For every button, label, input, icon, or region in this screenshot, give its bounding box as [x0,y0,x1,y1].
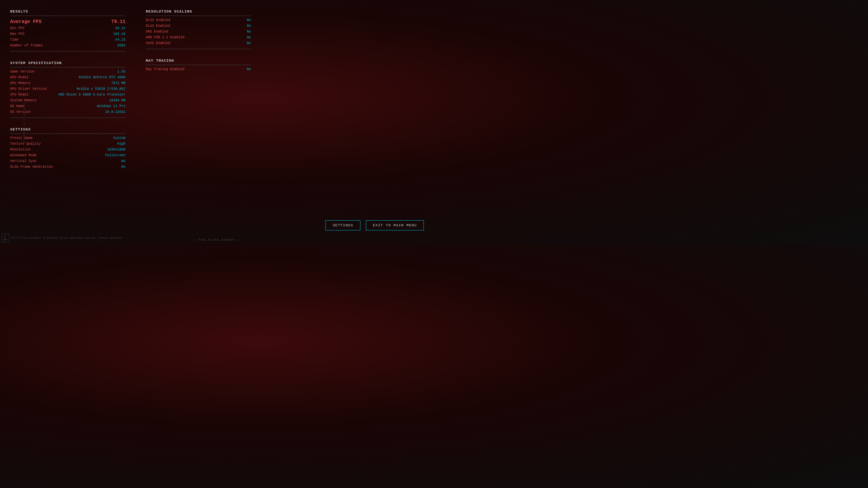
row-value: 5083 [117,44,125,47]
row-label: Number of Frames [10,44,43,47]
row-value: Nvidia v 53620 [r536_08] [77,87,125,91]
row-value: Custom [113,136,125,140]
table-row: Game Version 1.63 [10,69,125,75]
row-label: GPU Model [10,76,28,79]
row-label: DLAA Enabled [146,24,170,28]
table-row: Windowed Mode Fullscreen [10,152,125,158]
right-panel: Resolution Scaling DLSS Enabled No DLAA … [146,7,251,237]
row-label: Min FPS [10,26,24,30]
system-spec-header: System Specification [10,58,125,67]
row-label: GPU Memory [10,81,31,85]
row-value: No [247,24,251,28]
row-value: No [247,18,251,22]
version-label: V85 [4,235,7,241]
table-row: OS Version 10.0.22621 [10,109,125,115]
row-label: XeSS Enabled [146,41,170,45]
row-value: No [247,30,251,34]
row-value: 1.63 [117,70,125,74]
table-row: Ray Tracing Enabled No [146,66,251,72]
table-row: DRS Enabled No [146,29,251,35]
table-row: Preset Name Custom [10,135,125,141]
table-row: DLSS Enabled No [146,17,251,23]
table-row: AMD FSR 2.1 Enabled No [146,35,251,40]
row-label: DLSS Enabled [146,18,170,22]
left-panel: Results Average FPS 79.11 Min FPS 56.22 … [10,7,125,237]
row-value: NVIDIA GeForce RTX 4060 [79,76,125,79]
row-label: DLSS Frame Generation [10,165,53,169]
settings-button[interactable]: Settings [326,220,360,230]
average-fps-label: Average FPS [10,19,41,24]
row-value: No [247,67,251,71]
table-row: Min FPS 56.22 [10,25,125,31]
side-label: CYBERPUNK 2077 BENCHMARK [23,101,26,143]
average-fps-row: Average FPS 79.11 [10,17,125,25]
footer-center-text: — TBN_TLCAS_B00095 — [194,238,240,241]
row-label: Preset Name [10,136,33,140]
row-label: Vertical Sync [10,159,37,163]
row-label: CPU Model [10,93,28,97]
buttons-area: Settings Exit to Main Menu [326,220,424,230]
row-label: Game Version [10,70,35,74]
system-spec-rows: Game Version 1.63 GPU Model NVIDIA GeFor… [10,69,125,115]
exit-to-main-menu-button[interactable]: Exit to Main Menu [366,220,424,230]
row-value: High [117,142,125,146]
table-row: Resolution 1920x1080 [10,147,125,152]
settings-header: Settings [10,125,125,134]
row-value: 10.0.22621 [105,110,125,114]
results-rows: Min FPS 56.22 Max FPS 105.28 Time 64.25 … [10,25,125,48]
resolution-scaling-header: Resolution Scaling [146,7,251,16]
row-label: DRS Enabled [146,30,168,34]
divider-2 [10,118,125,118]
table-row: GPU Model NVIDIA GeForce RTX 4060 [10,75,125,80]
row-label: Time [10,38,18,42]
row-value: 56.22 [115,26,125,30]
divider-3 [146,49,251,49]
corner-mark-left: V85 Use of this benchmark is governed by… [2,233,122,242]
row-value: Fullscreen [105,154,125,157]
divider-1 [10,51,125,52]
table-row: GPU Memory 7971 MB [10,80,125,86]
table-row: Vertical Sync No [10,158,125,164]
table-row: Number of Frames 5083 [10,43,125,48]
row-label: Max FPS [10,32,24,36]
row-value: Windows 11 Pro [97,104,125,108]
row-value: 1920x1080 [107,148,125,151]
main-container: Results Average FPS 79.11 Min FPS 56.22 … [0,0,434,244]
row-value: 16384 MB [109,99,125,102]
results-section-header: Results [10,7,125,16]
row-value: No [121,159,125,163]
table-row: GPU Driver Version Nvidia v 53620 [r536_… [10,86,125,92]
row-value: 7971 MB [111,81,125,85]
settings-rows: Preset Name Custom Texture Quality High … [10,135,125,170]
row-value: 64.25 [115,38,125,42]
row-value: AMD Ryzen 5 5600 6-Core Processor [58,93,125,97]
resolution-scaling-rows: DLSS Enabled No DLAA Enabled No DRS Enab… [146,17,251,46]
row-value: No [247,36,251,39]
row-label: GPU Driver Version [10,87,47,91]
ray-tracing-header: Ray Tracing [146,56,251,65]
table-row: CPU Model AMD Ryzen 5 5600 6-Core Proces… [10,92,125,98]
table-row: DLSS Frame Generation No [10,164,125,170]
table-row: OS Name Windows 11 Pro [10,103,125,109]
version-box: V85 [2,233,9,242]
row-value: No [247,41,251,45]
row-label: AMD FSR 2.1 Enabled [146,36,184,39]
table-row: Texture Quality High [10,141,125,147]
row-label: Windowed Mode [10,154,37,157]
table-row: DLAA Enabled No [146,23,251,29]
table-row: XeSS Enabled No [146,40,251,46]
table-row: Time 64.25 [10,37,125,43]
row-label: OS Name [10,104,24,108]
corner-disclaimer: Use of this benchmark is governed by the… [11,237,122,239]
average-fps-value: 79.11 [111,19,125,24]
row-label: Resolution [10,148,31,151]
row-value: 105.28 [113,32,125,36]
table-row: Max FPS 105.28 [10,31,125,37]
row-label: Ray Tracing Enabled [146,67,184,71]
row-value: No [121,165,125,169]
row-label: OS Version [10,110,31,114]
table-row: System Memory 16384 MB [10,98,125,103]
corner-mark-right: ★ [431,240,432,242]
ray-tracing-rows: Ray Tracing Enabled No [146,66,251,72]
